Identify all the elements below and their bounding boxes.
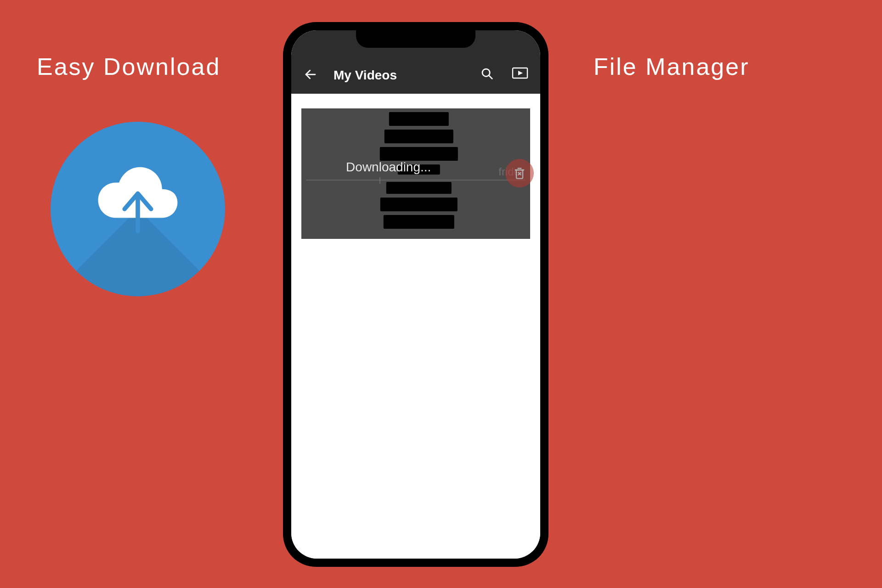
- redact-bar: [384, 130, 453, 143]
- arrow-left-icon: [304, 68, 317, 81]
- cloud-up-arrow-icon: [83, 145, 193, 255]
- phone-screen: My Videos frider: [291, 30, 540, 559]
- redact-bar: [384, 215, 454, 229]
- caption-right: File Manager: [594, 53, 749, 80]
- delete-button[interactable]: [505, 159, 534, 187]
- redact-bar: [380, 198, 458, 211]
- phone-notch: [356, 30, 475, 48]
- cast-play-icon: [512, 67, 528, 80]
- progress-indicator: [379, 177, 380, 184]
- search-icon: [480, 67, 494, 80]
- content-area: frider Downloading...: [291, 94, 540, 559]
- caption-left: Easy Download: [37, 53, 220, 80]
- page-title: My Videos: [328, 68, 469, 83]
- progress-track: [306, 180, 526, 181]
- cast-button[interactable]: [511, 64, 529, 83]
- svg-marker-4: [518, 71, 523, 75]
- redact-bar: [386, 182, 452, 194]
- redact-bar: [389, 112, 449, 126]
- back-button[interactable]: [302, 66, 319, 83]
- trash-x-icon: [513, 167, 526, 180]
- phone-frame: My Videos frider: [283, 22, 548, 567]
- redact-bar: [380, 147, 458, 161]
- search-button[interactable]: [478, 64, 496, 83]
- cloud-upload-badge: [51, 122, 225, 296]
- download-status-label: Downloading...: [346, 160, 431, 175]
- svg-line-2: [489, 75, 492, 79]
- video-download-card[interactable]: frider Downloading...: [301, 108, 530, 239]
